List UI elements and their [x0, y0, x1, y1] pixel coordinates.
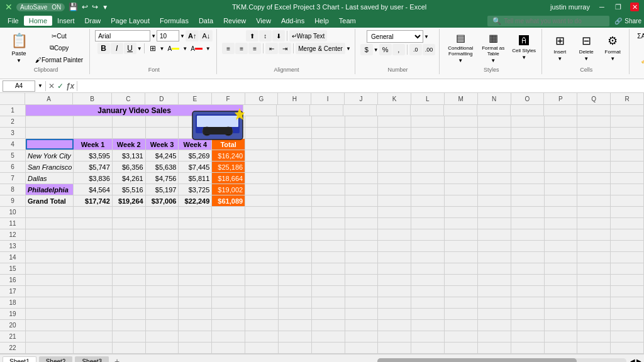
- row-num-11[interactable]: 11: [0, 218, 25, 229]
- cell-f15[interactable]: [212, 263, 245, 274]
- cell-p6[interactable]: [545, 162, 578, 172]
- cell-q3[interactable]: [577, 128, 611, 138]
- cell-c19[interactable]: [113, 309, 146, 319]
- scroll-left-icon[interactable]: ◀: [630, 358, 635, 362]
- menu-draw[interactable]: Draw: [80, 16, 106, 26]
- close-button[interactable]: ✕: [630, 3, 639, 11]
- cell-o18[interactable]: [511, 297, 545, 308]
- cell-o19[interactable]: [511, 309, 545, 319]
- cell-p11[interactable]: [545, 218, 578, 229]
- row-num-15[interactable]: 15: [0, 263, 25, 275]
- cell-i1[interactable]: [310, 105, 343, 116]
- cell-r4[interactable]: [611, 139, 644, 150]
- cell-g5[interactable]: [245, 150, 279, 161]
- cell-k21[interactable]: [378, 331, 411, 342]
- cell-h9[interactable]: [279, 195, 312, 206]
- align-top-button[interactable]: ⬆: [246, 30, 258, 41]
- minimize-button[interactable]: ─: [597, 3, 606, 11]
- cell-b14[interactable]: [74, 252, 113, 263]
- cell-k17[interactable]: [378, 286, 411, 297]
- cell-o5[interactable]: [511, 150, 545, 161]
- cell-l6[interactable]: [411, 162, 445, 172]
- cell-h20[interactable]: [279, 320, 312, 331]
- cell-m7[interactable]: [445, 173, 478, 184]
- cell-q6[interactable]: [577, 162, 611, 172]
- cell-p3[interactable]: [545, 128, 578, 138]
- cell-i19[interactable]: [312, 309, 345, 319]
- cell-k2[interactable]: [378, 116, 411, 127]
- cell-i11[interactable]: [312, 218, 345, 229]
- cell-l16[interactable]: [411, 275, 445, 285]
- cell-j19[interactable]: [345, 309, 379, 319]
- cell-q12[interactable]: [577, 229, 611, 240]
- insert-function-button[interactable]: ƒx: [66, 82, 74, 90]
- cell-h2[interactable]: [279, 116, 312, 127]
- cell-c4[interactable]: Week 2: [113, 139, 146, 150]
- cell-d14[interactable]: [146, 252, 179, 263]
- cell-i22[interactable]: [312, 343, 345, 353]
- cell-r2[interactable]: [611, 116, 644, 127]
- cell-o13[interactable]: [511, 241, 545, 251]
- cell-c9[interactable]: $19,264: [113, 195, 146, 206]
- cell-o6[interactable]: [511, 162, 545, 172]
- cell-g18[interactable]: [245, 297, 279, 308]
- cell-a22[interactable]: [26, 343, 74, 353]
- cell-l21[interactable]: [411, 331, 445, 342]
- cell-h11[interactable]: [279, 218, 312, 229]
- cell-j13[interactable]: [345, 241, 379, 251]
- font-name-input[interactable]: [95, 30, 150, 41]
- cell-a9[interactable]: Grand Total: [26, 195, 74, 206]
- cell-a21[interactable]: [26, 331, 74, 342]
- cell-d8[interactable]: $5,197: [146, 184, 179, 195]
- cell-j10[interactable]: [345, 207, 379, 217]
- cell-e6[interactable]: $7,445: [179, 162, 212, 172]
- cell-q7[interactable]: [577, 173, 611, 184]
- cell-a16[interactable]: [26, 275, 74, 285]
- cell-l5[interactable]: [411, 150, 445, 161]
- cell-h17[interactable]: [279, 286, 312, 297]
- cell-r8[interactable]: [611, 184, 644, 195]
- cell-o8[interactable]: [511, 184, 545, 195]
- cell-h3[interactable]: [279, 128, 312, 138]
- cell-d10[interactable]: [146, 207, 179, 217]
- cell-g11[interactable]: [245, 218, 279, 229]
- cell-p1[interactable]: [544, 105, 577, 116]
- row-num-17[interactable]: 17: [0, 286, 25, 297]
- cell-d7[interactable]: $4,756: [146, 173, 179, 184]
- row-num-9[interactable]: 9: [0, 195, 25, 207]
- cell-a15[interactable]: [26, 263, 74, 274]
- cell-k18[interactable]: [378, 297, 411, 308]
- cell-f14[interactable]: [212, 252, 245, 263]
- dollar-dropdown-icon[interactable]: ▼: [374, 47, 379, 53]
- cell-b18[interactable]: [74, 297, 113, 308]
- cell-h16[interactable]: [279, 275, 312, 285]
- menu-view[interactable]: View: [251, 16, 276, 26]
- cell-k13[interactable]: [378, 241, 411, 251]
- cell-a10[interactable]: [26, 207, 74, 217]
- cell-n13[interactable]: [478, 241, 511, 251]
- cell-n15[interactable]: [478, 263, 511, 274]
- cell-q5[interactable]: [577, 150, 611, 161]
- cell-c5[interactable]: $3,131: [113, 150, 146, 161]
- redo-icon[interactable]: ↪: [92, 3, 98, 11]
- cell-l19[interactable]: [411, 309, 445, 319]
- format-dropdown-icon[interactable]: ▼: [610, 56, 615, 62]
- cell-p12[interactable]: [545, 229, 578, 240]
- cell-d17[interactable]: [146, 286, 179, 297]
- cell-a14[interactable]: [26, 252, 74, 263]
- cell-e2[interactable]: [179, 116, 212, 127]
- cell-m9[interactable]: [445, 195, 478, 206]
- cell-b3[interactable]: [74, 128, 113, 138]
- cell-i21[interactable]: [312, 331, 345, 342]
- cell-k6[interactable]: [378, 162, 411, 172]
- cell-h15[interactable]: [279, 263, 312, 274]
- cell-i18[interactable]: [312, 297, 345, 308]
- cell-c6[interactable]: $6,356: [113, 162, 146, 172]
- cell-j16[interactable]: [345, 275, 379, 285]
- cell-m17[interactable]: [445, 286, 478, 297]
- cell-o1[interactable]: [511, 105, 544, 116]
- conditional-formatting-button[interactable]: ▤ Conditional Formatting ▼: [445, 30, 476, 65]
- cell-b22[interactable]: [74, 343, 113, 353]
- cell-m13[interactable]: [445, 241, 478, 251]
- cell-a1-merged[interactable]: January Video Sales: [26, 105, 243, 116]
